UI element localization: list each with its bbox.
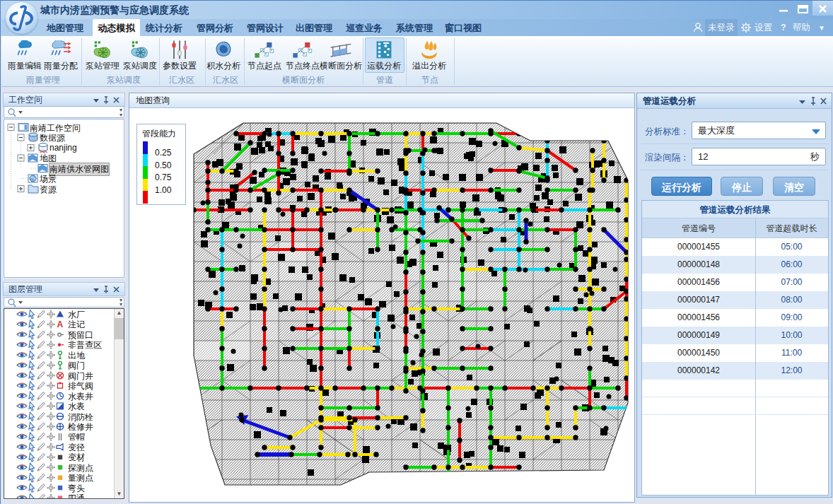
svg-text:A: A <box>57 320 64 329</box>
